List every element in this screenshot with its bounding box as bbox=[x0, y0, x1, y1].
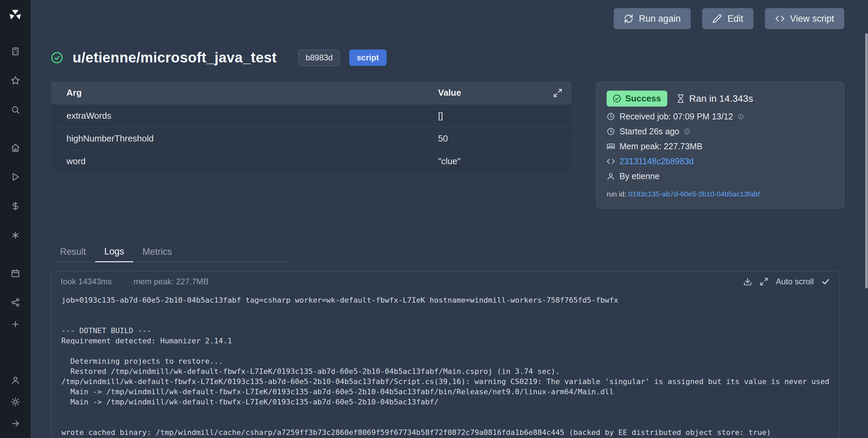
args-table-header: Arg Value bbox=[51, 81, 571, 104]
log-toolbar: Auto scroll bbox=[743, 277, 830, 286]
play-icon bbox=[11, 172, 20, 182]
sidebar-item-triggers[interactable] bbox=[7, 294, 23, 310]
status-summary-row: Success Ran in 14.343s bbox=[607, 91, 834, 107]
tab-logs[interactable]: Logs bbox=[95, 243, 134, 262]
script-hash-row: 23131148c2b8983d bbox=[607, 156, 834, 166]
edit-button[interactable]: Edit bbox=[702, 8, 753, 29]
auto-scroll-label: Auto scroll bbox=[776, 277, 814, 286]
run-again-label: Run again bbox=[639, 14, 680, 24]
memory-icon bbox=[607, 142, 615, 151]
started-row: Started 26s ago bbox=[607, 127, 834, 136]
script-hash-link[interactable]: 23131148c2b8983d bbox=[619, 156, 694, 166]
clock-icon bbox=[607, 127, 615, 136]
started-label: Started 26s ago bbox=[619, 127, 679, 136]
star-icon bbox=[11, 76, 20, 85]
sidebar-item-settings[interactable] bbox=[7, 394, 23, 410]
plus-icon bbox=[11, 320, 20, 329]
sidebar-bottom-group bbox=[7, 372, 23, 431]
sidebar-item-variables[interactable] bbox=[7, 198, 23, 214]
download-icon[interactable] bbox=[743, 277, 752, 286]
sidebar-item-user[interactable] bbox=[7, 372, 23, 388]
mem-peak-label: Mem peak: 227.73MB bbox=[619, 141, 703, 151]
sidebar bbox=[0, 0, 31, 438]
table-row[interactable]: highNumberThreshold 50 bbox=[51, 127, 571, 150]
col-header-value: Value bbox=[422, 88, 571, 98]
tab-metrics[interactable]: Metrics bbox=[133, 243, 181, 262]
windmill-logo[interactable] bbox=[0, 0, 31, 31]
sidebar-item-logout[interactable] bbox=[7, 416, 23, 431]
mem-peak-row: Mem peak: 227.73MB bbox=[607, 141, 834, 151]
expand-icon bbox=[553, 88, 563, 98]
run-id-label: run id: bbox=[607, 190, 626, 198]
info-icon[interactable] bbox=[737, 113, 744, 120]
dollar-icon bbox=[11, 202, 20, 211]
sidebar-item-workspace[interactable] bbox=[7, 43, 23, 59]
arg-name: word bbox=[51, 156, 422, 167]
user-icon bbox=[607, 172, 615, 180]
script-type-badge[interactable]: script bbox=[349, 50, 386, 66]
user-icon bbox=[11, 376, 20, 385]
sidebar-item-search[interactable] bbox=[7, 102, 23, 117]
tab-result[interactable]: Result bbox=[51, 243, 95, 262]
author-row: By etienne bbox=[607, 171, 834, 181]
gear-icon bbox=[11, 397, 20, 406]
auto-scroll-checkbox[interactable] bbox=[821, 277, 830, 286]
log-panel-header: took 14343ms mem peak: 227.7MB Auto scro… bbox=[51, 271, 840, 289]
table-row[interactable]: extraWords [] bbox=[51, 104, 571, 127]
pencil-icon bbox=[712, 14, 722, 23]
arrow-right-icon bbox=[11, 419, 20, 428]
arg-value: "clue" bbox=[422, 156, 571, 167]
expand-args-button[interactable] bbox=[553, 88, 563, 98]
sidebar-item-favorites[interactable] bbox=[7, 73, 23, 88]
main-content: Run again Edit View script u/etienne/mic… bbox=[31, 0, 868, 438]
info-icon[interactable] bbox=[684, 128, 690, 135]
log-mem-peak: mem peak: 227.7MB bbox=[134, 277, 209, 286]
received-row: Received job: 07:09 PM 13/12 bbox=[607, 112, 834, 121]
hourglass-icon bbox=[676, 94, 685, 103]
sidebar-item-add[interactable] bbox=[7, 316, 23, 332]
author-label: By etienne bbox=[619, 171, 659, 181]
calendar-icon bbox=[11, 269, 20, 278]
page-scrollbar[interactable] bbox=[865, 33, 868, 288]
content-row: Arg Value extraWords [] highNumberThresh… bbox=[51, 81, 844, 209]
duration-text: Ran in 14.343s bbox=[676, 93, 753, 104]
search-icon bbox=[11, 105, 20, 114]
col-header-arg: Arg bbox=[51, 88, 422, 98]
success-check-icon bbox=[51, 52, 63, 64]
run-id-row: run id: 0193c135-ab7d-60e5-2b10-04b5ac13… bbox=[607, 190, 834, 198]
clock-icon bbox=[607, 112, 615, 121]
sidebar-item-home[interactable] bbox=[7, 140, 23, 155]
code-icon bbox=[607, 157, 615, 166]
status-badge-label: Success bbox=[625, 93, 661, 104]
arg-name: extraWords bbox=[51, 111, 422, 121]
arg-value: 50 bbox=[422, 133, 571, 144]
view-script-button[interactable]: View script bbox=[765, 8, 844, 29]
detail-tabs: Result Logs Metrics bbox=[51, 243, 290, 262]
check-circle-icon bbox=[613, 94, 621, 103]
nodes-icon bbox=[11, 298, 20, 307]
status-badge: Success bbox=[607, 91, 667, 107]
args-table: Arg Value extraWords [] highNumberThresh… bbox=[51, 81, 571, 172]
expand-log-icon[interactable] bbox=[760, 277, 768, 286]
code-icon bbox=[775, 14, 785, 23]
table-row[interactable]: word "clue" bbox=[51, 150, 571, 172]
page-title: u/etienne/microsoft_java_test bbox=[73, 50, 277, 66]
hash-badge: b8983d bbox=[298, 50, 340, 66]
title-row: u/etienne/microsoft_java_test b8983d scr… bbox=[51, 50, 844, 66]
view-script-label: View script bbox=[790, 14, 834, 24]
run-again-button[interactable]: Run again bbox=[614, 8, 691, 29]
run-id-link[interactable]: 0193c135-ab7d-60e5-2b10-04b5ac13fabf bbox=[628, 190, 760, 198]
sidebar-item-schedules[interactable] bbox=[7, 265, 23, 281]
arg-name: highNumberThreshold bbox=[51, 133, 422, 144]
log-panel: took 14343ms mem peak: 227.7MB Auto scro… bbox=[51, 271, 840, 438]
workspace-icon bbox=[11, 47, 20, 56]
arg-value: [] bbox=[422, 111, 571, 121]
log-output[interactable]: job=0193c135-ab7d-60e5-2b10-04b5ac13fabf… bbox=[51, 289, 840, 438]
refresh-icon bbox=[624, 14, 633, 23]
sidebar-item-runs[interactable] bbox=[7, 169, 23, 185]
status-panel: Success Ran in 14.343s Received job: 07:… bbox=[596, 81, 844, 209]
duration-label: Ran in 14.343s bbox=[689, 93, 753, 104]
edit-label: Edit bbox=[727, 14, 743, 24]
action-toolbar: Run again Edit View script bbox=[51, 0, 844, 29]
sidebar-item-resources[interactable] bbox=[7, 227, 23, 243]
